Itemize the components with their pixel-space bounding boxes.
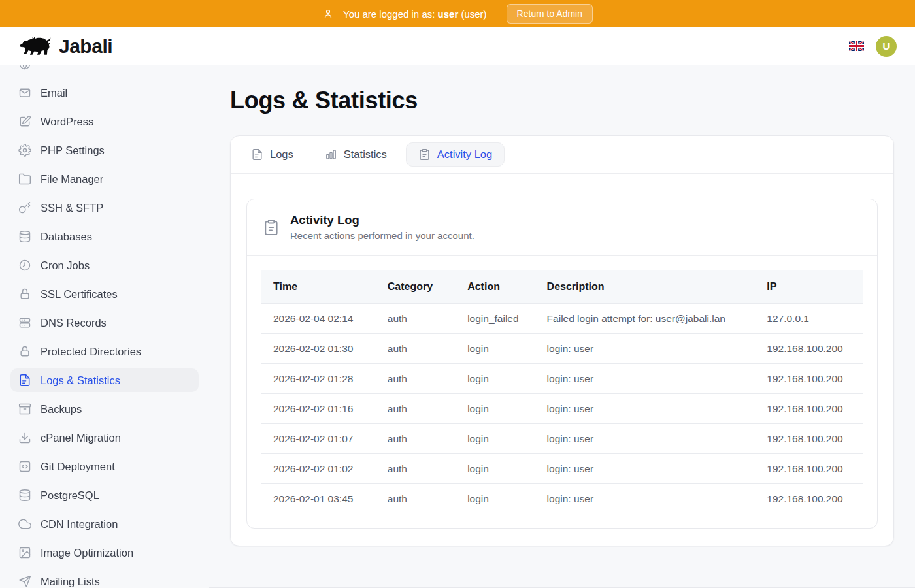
cell-action: login xyxy=(456,484,535,514)
gear-icon xyxy=(18,144,31,157)
card-subtitle: Recent actions performed in your account… xyxy=(290,229,474,242)
activity-log-card: Activity Log Recent actions performed in… xyxy=(246,199,878,529)
tab-logs[interactable]: Logs xyxy=(239,142,306,167)
sidebar-item-label: DNS Records xyxy=(41,317,107,329)
activity-log-table: TimeCategoryActionDescriptionIP 2026-02-… xyxy=(261,270,863,514)
column-header-ip: IP xyxy=(755,270,863,304)
page-title: Logs & Statistics xyxy=(230,86,894,114)
cell-category: auth xyxy=(376,304,456,334)
sidebar-item-dns-records[interactable]: DNS Records xyxy=(10,311,199,335)
sidebar-item-cdn-integration[interactable]: CDN Integration xyxy=(10,512,199,536)
sidebar-item-wordpress[interactable]: WordPress xyxy=(10,110,199,133)
impersonation-bar: You are logged in as: user (user) Return… xyxy=(0,0,915,27)
cell-action: login xyxy=(456,394,535,424)
sidebar-item-label: Cron Jobs xyxy=(41,259,90,272)
language-flag-uk-icon[interactable] xyxy=(849,41,864,51)
sidebar-item-label: Email xyxy=(41,87,67,99)
sidebar-item-file-manager[interactable]: File Manager xyxy=(10,167,199,191)
sidebar-item-cpanel-migration[interactable]: cPanel Migration xyxy=(10,426,199,449)
bar-chart-icon xyxy=(325,148,337,161)
cell-action: login xyxy=(456,424,535,454)
sidebar-item-ssh-sftp[interactable]: SSH & SFTP xyxy=(10,196,199,220)
sidebar-item-mailing-lists[interactable]: Mailing Lists xyxy=(10,570,199,588)
cell-description: Failed login attempt for: user@jabali.la… xyxy=(535,304,756,334)
sidebar-item-php-settings[interactable]: PHP Settings xyxy=(10,139,199,162)
cell-category: auth xyxy=(376,484,456,514)
cell-ip: 192.168.100.200 xyxy=(755,454,863,484)
tab-activity-log[interactable]: Activity Log xyxy=(406,142,505,167)
brand-logo[interactable]: Jabali xyxy=(18,34,112,59)
cell-category: auth xyxy=(376,334,456,364)
sidebar-item-protected-directories[interactable]: Protected Directories xyxy=(10,340,199,363)
sidebar-nav: EmailWordPressPHP SettingsFile ManagerSS… xyxy=(0,65,209,588)
cell-category: auth xyxy=(376,424,456,454)
table-row: 2026-02-02 01:02authloginlogin: user192.… xyxy=(261,454,863,484)
clipboard-icon xyxy=(418,148,431,161)
cell-category: auth xyxy=(376,394,456,424)
edit-icon xyxy=(18,115,31,128)
sidebar-item-backups[interactable]: Backups xyxy=(10,397,199,421)
cell-time: 2026-02-01 03:45 xyxy=(261,484,376,514)
column-header-category: Category xyxy=(376,270,456,304)
cell-description: login: user xyxy=(535,394,756,424)
sidebar-item-label: PHP Settings xyxy=(41,144,105,157)
table-header-row: TimeCategoryActionDescriptionIP xyxy=(261,270,863,304)
tab-label: Activity Log xyxy=(437,148,492,161)
card-header: Activity Log Recent actions performed in… xyxy=(247,199,877,256)
sidebar-item-ssl-certificates[interactable]: SSL Certificates xyxy=(10,282,199,306)
column-header-action: Action xyxy=(456,270,535,304)
sidebar-item-label: CDN Integration xyxy=(41,518,118,531)
lock-icon xyxy=(18,345,31,358)
sidebar-item-email[interactable]: Email xyxy=(10,81,199,105)
cell-action: login xyxy=(456,364,535,394)
cell-description: login: user xyxy=(535,334,756,364)
download-icon xyxy=(18,431,31,444)
table-row: 2026-02-02 01:28authloginlogin: user192.… xyxy=(261,364,863,394)
tab-statistics[interactable]: Statistics xyxy=(312,142,399,167)
sidebar-item-image-optimization[interactable]: Image Optimization xyxy=(10,541,199,564)
cloud-icon xyxy=(18,517,31,531)
server-icon xyxy=(18,316,31,329)
tab-label: Statistics xyxy=(344,148,387,161)
cell-category: auth xyxy=(376,454,456,484)
cell-ip: 127.0.0.1 xyxy=(755,304,863,334)
sidebar-item-postgresql[interactable]: PostgreSQL xyxy=(10,483,199,507)
table-row: 2026-02-02 01:30authloginlogin: user192.… xyxy=(261,334,863,364)
cell-description: login: user xyxy=(535,424,756,454)
return-to-admin-button[interactable]: Return to Admin xyxy=(507,4,593,24)
sidebar-item-cron-jobs[interactable]: Cron Jobs xyxy=(10,253,199,277)
cell-ip: 192.168.100.200 xyxy=(755,364,863,394)
user-avatar[interactable]: U xyxy=(876,36,897,57)
cell-time: 2026-02-04 02:14 xyxy=(261,304,376,334)
table-row: 2026-02-01 03:45authloginlogin: user192.… xyxy=(261,484,863,514)
sidebar-item-label: PostgreSQL xyxy=(41,489,99,502)
cell-time: 2026-02-02 01:30 xyxy=(261,334,376,364)
activity-table-wrapper: TimeCategoryActionDescriptionIP 2026-02-… xyxy=(247,256,877,528)
column-header-description: Description xyxy=(535,270,756,304)
cell-ip: 192.168.100.200 xyxy=(755,334,863,364)
sidebar-item-label: Mailing Lists xyxy=(41,576,100,588)
sidebar-item-logs-statistics[interactable]: Logs & Statistics xyxy=(10,368,199,392)
table-row: 2026-02-02 01:07authloginlogin: user192.… xyxy=(261,424,863,454)
cell-category: auth xyxy=(376,364,456,394)
sidebar-item-label: WordPress xyxy=(41,116,93,128)
tab-strip: LogsStatisticsActivity Log xyxy=(231,136,893,174)
code-icon xyxy=(18,460,31,473)
cell-description: login: user xyxy=(535,364,756,394)
sidebar-item-label: Protected Directories xyxy=(41,346,141,358)
cell-ip: 192.168.100.200 xyxy=(755,424,863,454)
sidebar-item-label: SSL Certificates xyxy=(41,288,118,301)
user-icon xyxy=(322,8,334,20)
sidebar-item-databases[interactable]: Databases xyxy=(10,225,199,248)
sidebar-item-git-deployment[interactable]: Git Deployment xyxy=(10,455,199,478)
logs-panel: LogsStatisticsActivity Log Activity Log … xyxy=(230,135,894,546)
send-icon xyxy=(18,575,31,588)
brand-name: Jabali xyxy=(59,35,112,57)
sidebar-item-label: Git Deployment xyxy=(41,461,115,473)
cell-action: login xyxy=(456,454,535,484)
sidebar-item-label: Backups xyxy=(41,403,82,416)
impersonated-username: user xyxy=(438,8,459,20)
cell-description: login: user xyxy=(535,484,756,514)
cell-time: 2026-02-02 01:02 xyxy=(261,454,376,484)
table-row: 2026-02-04 02:14authlogin_failedFailed l… xyxy=(261,304,863,334)
